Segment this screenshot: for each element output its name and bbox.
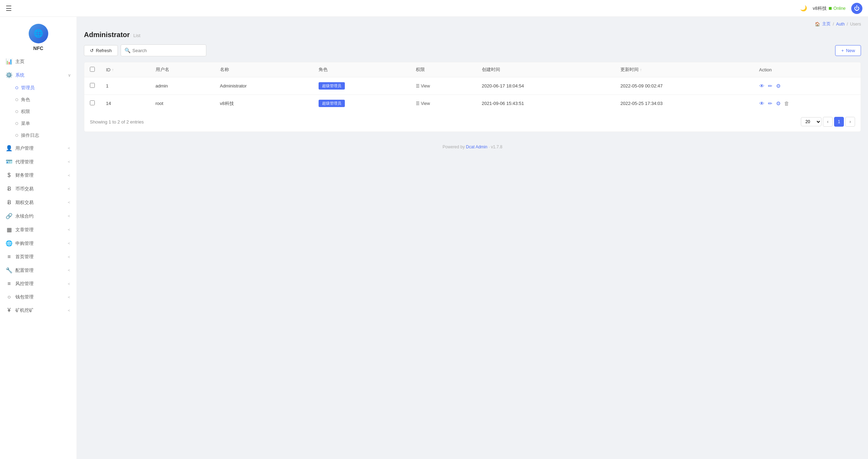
sidebar-item-oplog[interactable]: 操作日志 <box>0 129 77 141</box>
table-row: 1 admin Administrator 超级管理员 ☰ View 2 <box>84 77 861 95</box>
refresh-button[interactable]: ↺ Refresh <box>84 45 118 56</box>
sidebar-item-menu[interactable]: 菜单 <box>0 118 77 129</box>
sidebar-label-perpetual: 永续合约 <box>15 213 34 219</box>
row1-username: admin <box>150 77 214 95</box>
page-size-select[interactable]: 20 50 100 <box>801 117 821 126</box>
logo-text: NFC <box>33 45 43 51</box>
finance-icon: $ <box>6 172 13 178</box>
sidebar-item-home[interactable]: 📊 主页 <box>0 55 77 68</box>
row2-view-button[interactable]: 👁 <box>759 100 764 106</box>
sort-id[interactable]: ID ↑ <box>106 67 144 72</box>
sidebar-label-oplog: 操作日志 <box>21 132 39 139</box>
row1-created-at: 2020-06-17 18:04:54 <box>476 77 615 95</box>
sidebar-item-users[interactable]: 👤 用户管理 ＜ <box>0 141 77 155</box>
logo-icon: 🌐 <box>34 29 43 38</box>
row2-settings-button[interactable]: ⚙ <box>776 100 781 107</box>
row2-checkbox[interactable] <box>90 100 95 105</box>
sort-updated[interactable]: 更新时间 ↑ <box>620 66 748 73</box>
sidebar-item-crypto[interactable]: Ƀ 币币交易 ＜ <box>0 182 77 196</box>
new-button[interactable]: + New <box>835 45 861 56</box>
page-subtitle: List <box>133 33 140 38</box>
sidebar-item-finance[interactable]: $ 财务管理 ＜ <box>0 169 77 182</box>
next-page-button[interactable]: › <box>845 117 855 127</box>
power-button[interactable]: ⏻ <box>851 3 862 14</box>
row2-actions: 👁 ✏ ⚙ 🗑 <box>754 95 861 112</box>
breadcrumb-auth-link[interactable]: Auth <box>836 22 845 27</box>
row2-delete-button[interactable]: 🗑 <box>784 100 789 106</box>
dark-mode-icon[interactable]: 🌙 <box>800 5 807 12</box>
row1-edit-button[interactable]: ✏ <box>768 83 773 89</box>
system-icon: ⚙️ <box>6 72 13 78</box>
sidebar-label-articles: 文章管理 <box>15 227 34 233</box>
config-arrow-icon: ＜ <box>67 267 71 273</box>
sidebar-item-agents[interactable]: 🪪 代理管理 ＜ <box>0 155 77 169</box>
row2-view-permissions[interactable]: ☰ View <box>416 101 430 106</box>
sidebar-item-admin[interactable]: 管理员 <box>0 82 77 94</box>
users-arrow-icon: ＜ <box>67 145 71 151</box>
select-all-checkbox[interactable] <box>90 67 95 72</box>
row2-edit-button[interactable]: ✏ <box>768 100 773 107</box>
refresh-label: Refresh <box>96 48 112 53</box>
power-icon: ⏻ <box>854 5 860 12</box>
sort-id-icon: ↑ <box>112 68 114 72</box>
search-input[interactable] <box>133 48 202 53</box>
showing-from: 1 <box>108 119 111 125</box>
sidebar-item-wallet[interactable]: ○ 钱包管理 ＜ <box>0 290 77 304</box>
sidebar-item-articles[interactable]: ▦ 文章管理 ＜ <box>0 223 77 236</box>
table-footer: Showing 1 to 2 of 2 entries 20 50 100 ‹ <box>84 112 861 132</box>
th-action: Action <box>754 62 861 77</box>
row2-role-badge: 超级管理员 <box>319 100 345 107</box>
user-info: v8科技 Online <box>813 5 846 12</box>
new-plus-icon: + <box>841 48 844 53</box>
row1-view-permissions[interactable]: ☰ View <box>416 84 430 89</box>
row2-view-label: View <box>421 101 430 106</box>
row1-view-icon: ☰ <box>416 84 420 89</box>
status-indicator: Online <box>829 6 846 11</box>
menu-toggle-icon[interactable]: ☰ <box>6 4 12 13</box>
th-permissions: 权限 <box>410 62 476 77</box>
finance-arrow-icon: ＜ <box>67 172 71 178</box>
sidebar-item-perpetual[interactable]: 🔗 永续合约 ＜ <box>0 209 77 223</box>
sidebar-item-riskcontrol[interactable]: ≡ 风控管理 ＜ <box>0 277 77 290</box>
row2-permissions: ☰ View <box>410 95 476 112</box>
sidebar: 🌐 NFC 📊 主页 ⚙️ 系统 ∨ 管理员 角色 <box>0 17 77 459</box>
layout: 🌐 NFC 📊 主页 ⚙️ 系统 ∨ 管理员 角色 <box>0 0 868 459</box>
search-icon: 🔍 <box>124 48 130 53</box>
subscription-arrow-icon: ＜ <box>67 240 71 246</box>
toolbar: ↺ Refresh 🔍 + New <box>84 44 861 56</box>
sidebar-item-homepage[interactable]: ≡ 首页管理 ＜ <box>0 250 77 263</box>
page-1-button[interactable]: 1 <box>834 117 844 127</box>
powered-by-link[interactable]: Dcat Admin <box>466 144 487 149</box>
row2-created-at: 2021-09-06 15:43:51 <box>476 95 615 112</box>
sidebar-item-permissions[interactable]: 权限 <box>0 106 77 118</box>
sidebar-item-mining[interactable]: ¥ 矿机挖矿 ＜ <box>0 304 77 317</box>
admin-dot-icon <box>15 86 18 89</box>
row1-view-button[interactable]: 👁 <box>759 83 764 89</box>
sidebar-item-subscription[interactable]: 🌐 申购管理 ＜ <box>0 236 77 250</box>
row1-role-badge: 超级管理员 <box>319 82 345 90</box>
sidebar-label-users: 用户管理 <box>15 145 34 151</box>
row1-checkbox-cell <box>84 77 100 95</box>
powered-by-text: Powered by <box>443 144 465 149</box>
row1-settings-button[interactable]: ⚙ <box>776 83 781 89</box>
th-role: 角色 <box>313 62 410 77</box>
row1-checkbox[interactable] <box>90 83 95 88</box>
breadcrumb-home-link[interactable]: 主页 <box>822 21 831 27</box>
row2-checkbox-cell <box>84 95 100 112</box>
breadcrumb-sep2: / <box>847 22 848 27</box>
sidebar-item-config[interactable]: 🔧 配置管理 ＜ <box>0 263 77 277</box>
prev-page-button[interactable]: ‹ <box>823 117 833 127</box>
sidebar-sub-system: 管理员 角色 权限 菜单 操作日志 <box>0 82 77 141</box>
wallet-icon: ○ <box>6 294 13 300</box>
topbar: ☰ 🌙 v8科技 Online ⏻ <box>0 0 868 17</box>
oplog-dot-icon <box>15 134 18 137</box>
page-title: Administrator <box>84 31 130 39</box>
sidebar-item-roles[interactable]: 角色 <box>0 94 77 106</box>
th-id-label: ID <box>106 67 111 72</box>
showing-label: Showing <box>90 119 108 125</box>
mining-icon: ¥ <box>6 307 13 313</box>
breadcrumb-sep1: / <box>833 22 834 27</box>
sidebar-item-futures[interactable]: Ƀ 期权交易 ＜ <box>0 196 77 209</box>
sidebar-item-system[interactable]: ⚙️ 系统 ∨ <box>0 68 77 82</box>
breadcrumb-home-icon: 🏠 <box>815 22 820 27</box>
